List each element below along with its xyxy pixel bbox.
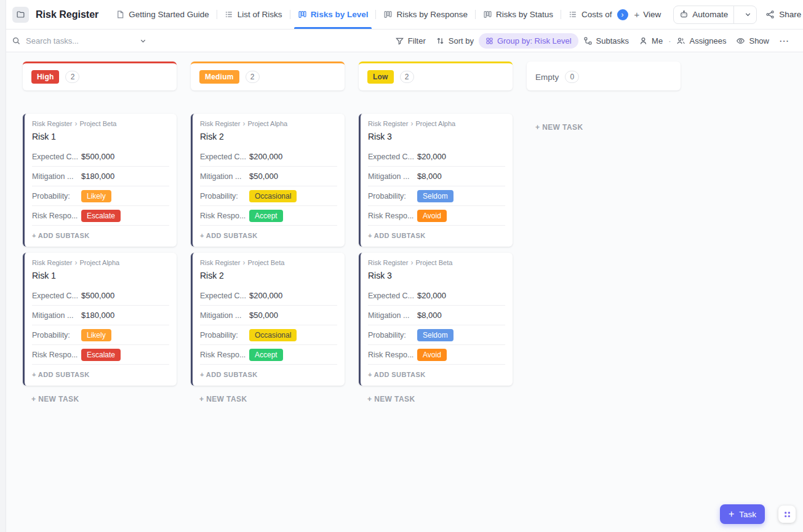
automate-dropdown-button[interactable] bbox=[733, 6, 756, 23]
field-value[interactable]: $50,000 bbox=[249, 311, 278, 320]
field-value-badge[interactable]: Seldom bbox=[417, 190, 453, 202]
field-value[interactable]: $8,000 bbox=[417, 172, 442, 181]
add-subtask-button[interactable]: + ADD SUBTASK bbox=[368, 365, 505, 382]
column-header-medium[interactable]: Medium2 bbox=[191, 62, 345, 90]
field-label: Mitigation ... bbox=[368, 311, 417, 320]
task-card[interactable]: Risk Register›Project AlphaRisk 3Expecte… bbox=[359, 114, 513, 247]
field-value-badge[interactable]: Accept bbox=[249, 349, 283, 361]
app-grid-button[interactable] bbox=[778, 506, 796, 523]
add-view-button[interactable]: + View bbox=[628, 6, 668, 23]
field-value[interactable]: $180,000 bbox=[81, 172, 114, 181]
field-value[interactable]: $200,000 bbox=[249, 291, 282, 300]
group-by-button[interactable]: Group by: Risk Level bbox=[479, 33, 578, 49]
app-window: Risk Register Getting Started GuideList … bbox=[0, 0, 803, 532]
chevron-right-icon: › bbox=[74, 120, 77, 127]
task-card[interactable]: Risk Register›Project BetaRisk 2Expected… bbox=[191, 253, 345, 386]
field-value[interactable]: $50,000 bbox=[249, 172, 278, 181]
field-value[interactable]: $200,000 bbox=[249, 152, 282, 161]
field-row: Expected C...$500,000 bbox=[32, 147, 169, 167]
add-subtask-button[interactable]: + ADD SUBTASK bbox=[200, 226, 337, 243]
group-by-label: Group by: Risk Level bbox=[497, 36, 572, 46]
task-card[interactable]: Risk Register›Project BetaRisk 1Expected… bbox=[23, 114, 177, 247]
search-icon bbox=[12, 36, 21, 46]
show-button[interactable]: Show bbox=[731, 33, 774, 49]
breadcrumb-project: Project Beta bbox=[79, 120, 116, 127]
subtasks-button[interactable]: Subtasks bbox=[578, 33, 634, 49]
collapsed-sidebar-strip[interactable] bbox=[0, 0, 6, 532]
task-title: Risk 3 bbox=[368, 271, 505, 280]
filter-label: Filter bbox=[408, 36, 426, 46]
board-icon bbox=[383, 10, 393, 19]
search-input[interactable] bbox=[26, 36, 134, 46]
new-task-floating-button[interactable]: + Task bbox=[720, 504, 765, 524]
new-task-button[interactable]: + NEW TASK bbox=[367, 395, 513, 403]
folder-icon[interactable] bbox=[12, 7, 29, 23]
task-card[interactable]: Risk Register›Project AlphaRisk 1Expecte… bbox=[23, 253, 177, 386]
task-title: Risk 3 bbox=[368, 132, 505, 141]
more-options-button[interactable]: ⋯ bbox=[774, 34, 794, 48]
subtasks-label: Subtasks bbox=[596, 36, 629, 46]
automate-button[interactable]: Automate bbox=[673, 6, 757, 24]
breadcrumb-root: Risk Register bbox=[32, 120, 72, 127]
me-filter-button[interactable]: Me bbox=[634, 33, 668, 49]
field-row: Probability:Occasional bbox=[200, 325, 337, 345]
show-label: Show bbox=[749, 36, 769, 46]
field-label: Expected C... bbox=[368, 292, 417, 300]
field-value[interactable]: $20,000 bbox=[417, 291, 446, 300]
new-task-button[interactable]: + NEW TASK bbox=[31, 395, 177, 403]
field-value[interactable]: $180,000 bbox=[81, 311, 114, 320]
field-value[interactable]: $500,000 bbox=[81, 291, 114, 300]
task-count-badge: 2 bbox=[246, 71, 260, 83]
field-value-badge[interactable]: Occasional bbox=[249, 329, 297, 341]
assignees-button[interactable]: Assignees bbox=[671, 33, 731, 49]
new-task-button[interactable]: + NEW TASK bbox=[199, 395, 345, 403]
chevron-right-icon: › bbox=[410, 259, 413, 266]
add-subtask-button[interactable]: + ADD SUBTASK bbox=[32, 226, 169, 243]
field-label: Mitigation ... bbox=[200, 311, 249, 320]
chevron-down-icon[interactable] bbox=[139, 37, 147, 45]
tab-risks-by-status[interactable]: Risks by Status bbox=[476, 0, 561, 29]
column-header-high[interactable]: High2 bbox=[23, 62, 177, 90]
add-subtask-button[interactable]: + ADD SUBTASK bbox=[368, 226, 505, 243]
plus-icon: + bbox=[634, 10, 640, 19]
column-header-low[interactable]: Low2 bbox=[359, 62, 513, 90]
add-subtask-button[interactable]: + ADD SUBTASK bbox=[200, 365, 337, 382]
filter-button[interactable]: Filter bbox=[390, 33, 431, 49]
field-label: Risk Respo... bbox=[32, 212, 81, 220]
tab-risks-by-level[interactable]: Risks by Level bbox=[290, 0, 376, 29]
field-value-badge[interactable]: Escalate bbox=[81, 210, 121, 222]
breadcrumb-project: Project Beta bbox=[247, 259, 284, 266]
board-icon bbox=[298, 10, 307, 19]
field-value-badge[interactable]: Accept bbox=[249, 210, 283, 222]
field-value-badge[interactable]: Likely bbox=[81, 329, 111, 341]
task-card[interactable]: Risk Register›Project AlphaRisk 2Expecte… bbox=[191, 114, 345, 247]
field-value-badge[interactable]: Escalate bbox=[81, 349, 121, 361]
tab-risks-by-response[interactable]: Risks by Response bbox=[376, 0, 475, 29]
field-value-badge[interactable]: Avoid bbox=[417, 210, 447, 222]
field-value-badge[interactable]: Avoid bbox=[417, 349, 447, 361]
cards-list: Risk Register›Project BetaRisk 1Expected… bbox=[23, 114, 177, 386]
field-value[interactable]: $20,000 bbox=[417, 152, 446, 161]
new-task-button[interactable]: + NEW TASK bbox=[535, 123, 681, 132]
field-value-badge[interactable]: Occasional bbox=[249, 190, 297, 202]
field-value[interactable]: $8,000 bbox=[417, 311, 442, 320]
tab-label: Getting Started Guide bbox=[129, 10, 209, 19]
field-value-badge[interactable]: Likely bbox=[81, 190, 111, 202]
tab-list-of-risks[interactable]: List of Risks bbox=[217, 0, 290, 29]
page-title: Risk Register bbox=[36, 9, 98, 20]
task-card[interactable]: Risk Register›Project BetaRisk 3Expected… bbox=[359, 253, 513, 386]
tab-getting-started-guide[interactable]: Getting Started Guide bbox=[108, 0, 217, 29]
add-subtask-button[interactable]: + ADD SUBTASK bbox=[32, 365, 169, 382]
field-value-badge[interactable]: Seldom bbox=[417, 329, 453, 341]
sort-button[interactable]: Sort by bbox=[431, 33, 479, 49]
field-label: Probability: bbox=[368, 192, 417, 200]
field-label: Mitigation ... bbox=[200, 172, 249, 181]
share-button[interactable]: Share bbox=[765, 10, 801, 19]
field-value[interactable]: $500,000 bbox=[81, 152, 114, 161]
column-header-empty[interactable]: Empty0 bbox=[527, 62, 681, 90]
risk-level-badge: Low bbox=[367, 70, 394, 84]
field-row: Expected C...$20,000 bbox=[368, 147, 505, 167]
tab-costs-of[interactable]: Costs of bbox=[561, 0, 620, 29]
tab-label: Risks by Level bbox=[311, 10, 369, 19]
field-label: Risk Respo... bbox=[368, 212, 417, 220]
